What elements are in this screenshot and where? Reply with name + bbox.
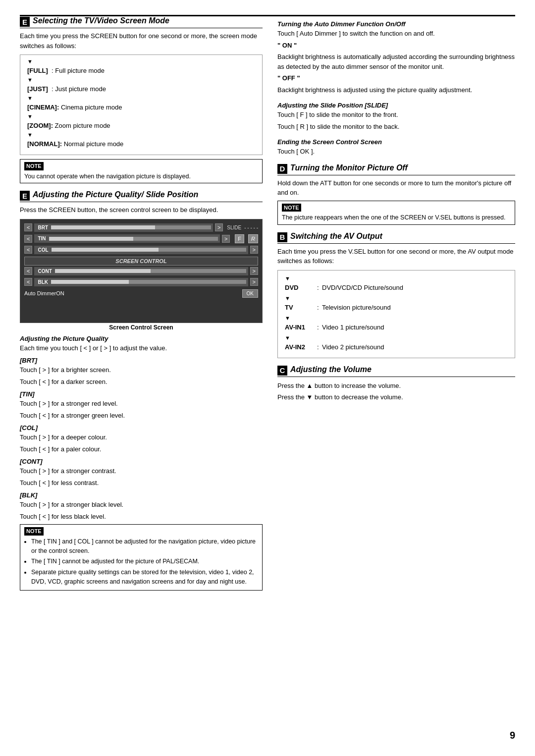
sc-tag-blk: BLK bbox=[36, 279, 50, 285]
sc-row-cont: < CONT > bbox=[24, 267, 258, 275]
slide-line2: Touch [ R ] to slide the monitor to the … bbox=[277, 122, 515, 132]
tin-label: [TIN] bbox=[20, 390, 263, 398]
note-item-1: The [ TIN ] and [ COL ] cannot be adjust… bbox=[31, 537, 258, 556]
av-row-avin1: AV-IN1 : Video 1 picture/sound bbox=[285, 324, 508, 331]
note-item-3: Separate picture quality settings can be… bbox=[31, 568, 258, 587]
arrow-3: ▼ bbox=[27, 96, 255, 101]
blk-line1: Touch [ > ] for a stronger black level. bbox=[20, 500, 263, 510]
ending-title: Ending the Screen Control Screen bbox=[277, 138, 515, 146]
av-row-avin2: AV-IN2 : Video 2 picture/sound bbox=[285, 343, 508, 351]
sc-bar-col bbox=[52, 248, 246, 252]
av-sep-tv: : bbox=[317, 304, 322, 311]
mode-cinema: [CINEMA]: Cinema picture mode bbox=[27, 104, 122, 111]
av-label-dvd: DVD bbox=[285, 284, 317, 291]
arrow-5: ▼ bbox=[27, 132, 255, 138]
section-e2-body: Press the SCREEN button, the screen cont… bbox=[20, 205, 263, 215]
sc-slider-col: COL bbox=[34, 246, 248, 254]
av-arrow-dvd: ▼ bbox=[285, 274, 508, 282]
section-e1-note: NOTE You cannot operate when the navigat… bbox=[20, 159, 263, 183]
av-arrow-avin2: ▼ bbox=[285, 334, 508, 341]
auto-dimmer-section: Turning the Auto Dimmer Function On/Off … bbox=[277, 20, 515, 95]
sc-btn-brt-right: > bbox=[215, 223, 223, 231]
screen-control-image: < BRT > SLIDE - - - - - < TIN bbox=[20, 219, 263, 323]
sc-fill-cont bbox=[55, 269, 151, 273]
sc-slider-tin: TIN bbox=[34, 234, 219, 243]
sc-tag-tin: TIN bbox=[36, 235, 47, 242]
sc-slider-cont: CONT bbox=[34, 267, 248, 275]
sc-row-blk: < BLK > bbox=[24, 278, 258, 286]
cont-label: [CONT] bbox=[20, 458, 263, 465]
cont-line2: Touch [ < ] for less contrast. bbox=[20, 478, 263, 488]
slide-position-title: Adjusting the Slide Position [SLIDE] bbox=[277, 102, 515, 109]
sc-tag-cont: CONT bbox=[36, 268, 53, 274]
slide-position-section: Adjusting the Slide Position [SLIDE] Tou… bbox=[277, 102, 515, 131]
sc-slider-brt: BRT bbox=[34, 223, 213, 232]
sc-btn-cont-right: > bbox=[250, 267, 258, 275]
av-desc-avin2: Video 2 picture/sound bbox=[322, 343, 508, 351]
note-text-d: The picture reappears when the one of th… bbox=[282, 214, 505, 221]
sc-btn-tin-right: > bbox=[222, 235, 230, 243]
sc-tag-col: COL bbox=[36, 247, 50, 253]
section-d: D Turning the Monitor Picture Off Hold d… bbox=[277, 163, 515, 225]
section-letter-e2: E bbox=[20, 191, 30, 201]
mode-just: [JUST] : Just picture mode bbox=[27, 85, 106, 93]
ending-section: Ending the Screen Control Screen Touch [… bbox=[277, 138, 515, 157]
ending-body: Touch [ OK ]. bbox=[277, 147, 515, 157]
tin-line1: Touch [ > ] for a stronger red level. bbox=[20, 399, 263, 409]
section-letter-e1: E bbox=[20, 17, 30, 27]
sc-bar-blk bbox=[51, 280, 246, 284]
brt-line2: Touch [ < ] for a darker screen. bbox=[20, 377, 263, 387]
sc-auto-dimmer-label: Auto Dimmer bbox=[24, 290, 56, 296]
slide-line1: Touch [ F ] to slide the monitor to the … bbox=[277, 110, 515, 120]
section-letter-c: C bbox=[277, 366, 287, 376]
arrow-2: ▼ bbox=[27, 77, 255, 83]
sc-tag-brt: BRT bbox=[36, 224, 50, 231]
av-label-tv: TV bbox=[285, 304, 317, 311]
auto-dimmer-off-label: " OFF " bbox=[277, 73, 515, 83]
section-d-header: D Turning the Monitor Picture Off bbox=[277, 163, 515, 175]
av-label-avin1: AV-IN1 bbox=[285, 324, 317, 331]
tin-line2: Touch [ < ] for a stronger green level. bbox=[20, 411, 263, 421]
note-list-e2: The [ TIN ] and [ COL ] cannot be adjust… bbox=[24, 537, 258, 587]
note-label-e2: NOTE bbox=[24, 527, 44, 536]
mode-normal: [NORMAL]: Normal picture mode bbox=[27, 140, 123, 148]
av-output-table: ▼ DVD : DVD/VCD/CD Picture/sound ▼ TV : … bbox=[277, 270, 515, 358]
section-letter-d: D bbox=[277, 164, 287, 174]
sc-slider-blk: BLK bbox=[34, 278, 248, 286]
screen-modes-box: ▼ [FULL] : Full picture mode ▼ [JUST] : … bbox=[20, 54, 263, 155]
cont-line1: Touch [ > ] for a stronger contrast. bbox=[20, 466, 263, 476]
note-item-2: The [ TIN ] cannot be adjusted for the p… bbox=[31, 557, 258, 566]
sc-bar-brt bbox=[51, 225, 211, 229]
av-arrow-tv: ▼ bbox=[285, 294, 508, 302]
sc-dash-line: - - - - - bbox=[244, 225, 258, 230]
col-line1: Touch [ > ] for a deeper colour. bbox=[20, 432, 263, 442]
sc-btn-blk-right: > bbox=[250, 278, 258, 286]
sc-screen-control-text: SCREEN CONTROL bbox=[24, 257, 258, 266]
right-column: Turning the Auto Dimmer Function On/Off … bbox=[277, 16, 515, 597]
section-e2-note: NOTE The [ TIN ] and [ COL ] cannot be a… bbox=[20, 524, 263, 590]
main-content: E Selecting the TV/Video Screen Mode Eac… bbox=[20, 16, 515, 597]
sc-r-btn: R bbox=[248, 234, 258, 243]
section-letter-b: B bbox=[277, 232, 287, 242]
sc-fill-blk bbox=[51, 280, 129, 284]
section-c-title: Adjusting the Volume bbox=[290, 365, 372, 374]
section-b-header: B Switching the AV Output bbox=[277, 232, 515, 244]
brt-label: [BRT] bbox=[20, 357, 263, 364]
brt-line1: Touch [ > ] for a brighter screen. bbox=[20, 365, 263, 375]
left-column: E Selecting the TV/Video Screen Mode Eac… bbox=[20, 16, 263, 597]
sc-auto-row: Auto Dimmer ON OK bbox=[24, 289, 258, 298]
col-label: [COL] bbox=[20, 424, 263, 432]
col-line2: Touch [ < ] for a paler colour. bbox=[20, 444, 263, 454]
sc-btn-brt-left: < bbox=[24, 223, 32, 231]
av-row-dvd: DVD : DVD/VCD/CD Picture/sound bbox=[285, 284, 508, 291]
mode-zoom: [ZOOM]: Zoom picture mode bbox=[27, 122, 110, 129]
auto-dimmer-on-label: " ON " bbox=[277, 41, 515, 51]
mode-full: [FULL] : Full picture mode bbox=[27, 67, 105, 74]
av-sep-avin1: : bbox=[317, 324, 322, 331]
screen-control-caption: Screen Control Screen bbox=[20, 324, 263, 331]
section-e2-title: Adjusting the Picture Quality/ Slide Pos… bbox=[33, 190, 198, 199]
av-desc-tv: Television picture/sound bbox=[322, 304, 508, 311]
sc-bar-tin bbox=[49, 237, 218, 241]
auto-dimmer-off-body: Backlight brightness is adjusted using t… bbox=[277, 85, 515, 95]
sc-ok-btn: OK bbox=[242, 289, 258, 298]
